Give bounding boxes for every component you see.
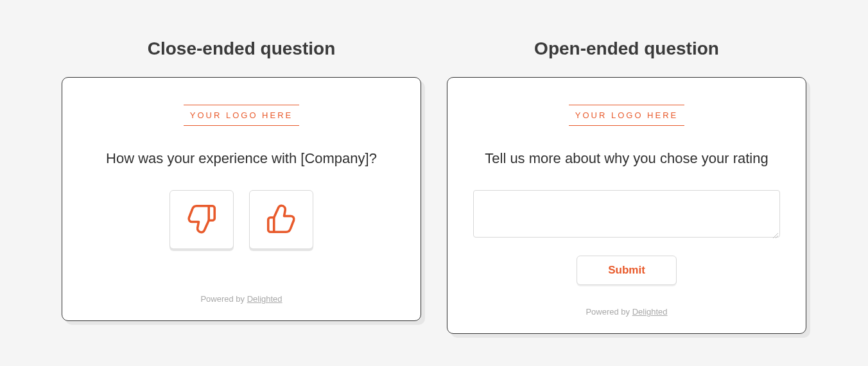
feedback-textarea[interactable] — [473, 190, 780, 238]
close-ended-title: Close-ended question — [148, 39, 335, 59]
open-ended-title: Open-ended question — [534, 39, 719, 59]
textarea-wrap — [473, 190, 780, 256]
thumbs-up-button[interactable] — [249, 190, 313, 249]
powered-by-footer: Powered by Delighted — [200, 294, 282, 304]
footer-prefix: Powered by — [586, 307, 632, 317]
thumb-row — [169, 190, 313, 249]
thumbs-up-icon — [264, 202, 299, 238]
close-ended-column: Close-ended question YOUR LOGO HERE How … — [62, 39, 421, 321]
delighted-link[interactable]: Delighted — [247, 294, 282, 304]
footer-prefix: Powered by — [200, 294, 247, 304]
close-ended-card: YOUR LOGO HERE How was your experience w… — [62, 77, 421, 321]
submit-button[interactable]: Submit — [577, 256, 677, 285]
thumbs-down-icon — [184, 202, 219, 238]
delighted-link[interactable]: Delighted — [632, 307, 668, 317]
open-ended-card: YOUR LOGO HERE Tell us more about why yo… — [447, 77, 806, 334]
thumbs-down-button[interactable] — [169, 190, 234, 249]
open-ended-column: Open-ended question YOUR LOGO HERE Tell … — [447, 39, 806, 334]
open-ended-question: Tell us more about why you chose your ra… — [485, 150, 768, 167]
powered-by-footer: Powered by Delighted — [586, 307, 667, 317]
logo-placeholder: YOUR LOGO HERE — [569, 105, 684, 126]
logo-placeholder: YOUR LOGO HERE — [184, 105, 299, 126]
close-ended-question: How was your experience with [Company]? — [106, 150, 377, 167]
